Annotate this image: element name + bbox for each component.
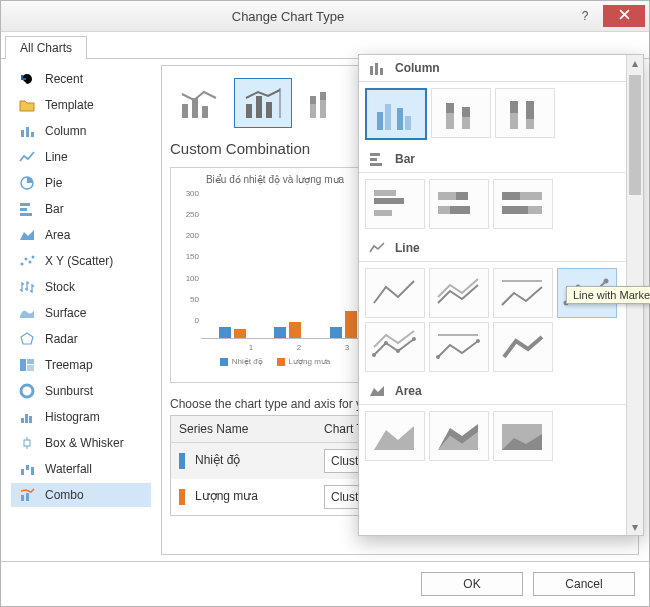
scroll-up-icon[interactable]: ▴ bbox=[627, 55, 643, 71]
category-label: Template bbox=[45, 98, 145, 112]
svg-rect-6 bbox=[20, 213, 32, 216]
stacked-line-option[interactable] bbox=[429, 268, 489, 318]
stacked-line-markers-option[interactable] bbox=[365, 322, 425, 372]
scatter-icon bbox=[17, 252, 37, 270]
help-button[interactable]: ? bbox=[571, 9, 599, 23]
svg-point-75 bbox=[436, 355, 440, 359]
histogram-icon bbox=[17, 408, 37, 426]
clustered-bar-option[interactable] bbox=[365, 179, 425, 229]
svg-rect-18 bbox=[29, 416, 32, 423]
popup-bar-grid bbox=[359, 173, 627, 235]
category-label: Pie bbox=[45, 176, 145, 190]
svg-point-71 bbox=[372, 353, 376, 357]
svg-rect-38 bbox=[370, 66, 373, 75]
category-sunburst[interactable]: Sunburst bbox=[11, 379, 151, 403]
svg-point-74 bbox=[412, 337, 416, 341]
popup-group-bar: Bar bbox=[359, 146, 627, 173]
category-histogram[interactable]: Histogram bbox=[11, 405, 151, 429]
svg-rect-5 bbox=[20, 208, 27, 211]
100-stacked-bar-option[interactable] bbox=[493, 179, 553, 229]
popup-group-label: Column bbox=[395, 61, 440, 75]
category-label: Column bbox=[45, 124, 145, 138]
svg-rect-16 bbox=[21, 418, 24, 423]
cancel-button[interactable]: Cancel bbox=[533, 572, 635, 596]
category-label: Combo bbox=[45, 488, 145, 502]
close-icon bbox=[619, 9, 630, 23]
category-label: Treemap bbox=[45, 358, 145, 372]
category-stock[interactable]: Stock bbox=[11, 275, 151, 299]
svg-rect-0 bbox=[21, 130, 24, 137]
svg-rect-40 bbox=[380, 68, 383, 75]
stacked-area-option[interactable] bbox=[429, 411, 489, 461]
line-icon bbox=[367, 240, 387, 256]
100-stacked-column-option[interactable] bbox=[495, 88, 555, 138]
category-surface[interactable]: Surface bbox=[11, 301, 151, 325]
category-template[interactable]: Template bbox=[11, 93, 151, 117]
category-label: Surface bbox=[45, 306, 145, 320]
category-bar[interactable]: Bar bbox=[11, 197, 151, 221]
chart-legend: Nhiệt độLượng mưa bbox=[175, 357, 375, 366]
subtype-stacked-col-line[interactable] bbox=[298, 78, 356, 128]
100-stacked-area-option[interactable] bbox=[493, 411, 553, 461]
area-option[interactable] bbox=[365, 411, 425, 461]
category-radar[interactable]: Radar bbox=[11, 327, 151, 351]
svg-rect-66 bbox=[502, 206, 528, 214]
tab-all-charts[interactable]: All Charts bbox=[5, 36, 87, 59]
category-label: Waterfall bbox=[45, 462, 145, 476]
svg-rect-55 bbox=[370, 163, 382, 166]
x-axis-labels: 123 bbox=[227, 343, 371, 352]
clustered-column-option[interactable] bbox=[365, 88, 427, 140]
close-button[interactable] bbox=[603, 5, 645, 27]
category-pie[interactable]: Pie bbox=[11, 171, 151, 195]
svg-rect-59 bbox=[438, 192, 456, 200]
bar-icon bbox=[367, 151, 387, 167]
category-box-whisker[interactable]: Box & Whisker bbox=[11, 431, 151, 455]
chart-plot: 050100150200250300 123 bbox=[175, 189, 375, 339]
svg-rect-46 bbox=[446, 103, 454, 113]
stacked-column-option[interactable] bbox=[431, 88, 491, 138]
category-waterfall[interactable]: Waterfall bbox=[11, 457, 151, 481]
svg-rect-64 bbox=[502, 192, 520, 200]
svg-rect-35 bbox=[320, 92, 326, 100]
svg-rect-42 bbox=[385, 104, 391, 130]
svg-rect-20 bbox=[21, 469, 24, 475]
svg-rect-14 bbox=[27, 365, 34, 371]
svg-rect-19 bbox=[24, 440, 30, 446]
scroll-thumb[interactable] bbox=[629, 75, 641, 195]
chart-category-list: Recent Template Column Line bbox=[11, 65, 151, 555]
scroll-down-icon[interactable]: ▾ bbox=[627, 519, 643, 535]
popup-group-label: Bar bbox=[395, 152, 415, 166]
subtype-col-line-2axis[interactable] bbox=[234, 78, 292, 128]
popup-group-column: Column bbox=[359, 55, 627, 82]
3d-line-option[interactable] bbox=[493, 322, 553, 372]
100-stacked-line-markers-option[interactable] bbox=[429, 322, 489, 372]
svg-rect-2 bbox=[31, 132, 34, 137]
category-xy-scatter[interactable]: X Y (Scatter) bbox=[11, 249, 151, 273]
svg-rect-24 bbox=[26, 493, 29, 501]
svg-rect-45 bbox=[446, 113, 454, 129]
folder-icon bbox=[17, 96, 37, 114]
line-option[interactable] bbox=[365, 268, 425, 318]
series-name-label: Nhiệt độ bbox=[195, 453, 240, 467]
svg-rect-33 bbox=[310, 96, 316, 104]
svg-rect-50 bbox=[510, 101, 518, 113]
category-recent[interactable]: Recent bbox=[11, 67, 151, 91]
100-stacked-line-option[interactable] bbox=[493, 268, 553, 318]
stacked-bar-option[interactable] bbox=[429, 179, 489, 229]
category-area[interactable]: Area bbox=[11, 223, 151, 247]
svg-rect-53 bbox=[370, 153, 380, 156]
popup-group-line: Line bbox=[359, 235, 627, 262]
category-column[interactable]: Column bbox=[11, 119, 151, 143]
category-combo[interactable]: Combo bbox=[11, 483, 151, 507]
category-treemap[interactable]: Treemap bbox=[11, 353, 151, 377]
combo-icon bbox=[17, 486, 37, 504]
column-icon bbox=[367, 60, 387, 76]
ok-button[interactable]: OK bbox=[421, 572, 523, 596]
svg-rect-13 bbox=[27, 359, 34, 364]
popup-area-grid bbox=[359, 405, 627, 467]
svg-rect-39 bbox=[375, 63, 378, 75]
category-line[interactable]: Line bbox=[11, 145, 151, 169]
undo-icon bbox=[17, 70, 37, 88]
svg-rect-12 bbox=[20, 359, 26, 371]
subtype-col-line[interactable] bbox=[170, 78, 228, 128]
